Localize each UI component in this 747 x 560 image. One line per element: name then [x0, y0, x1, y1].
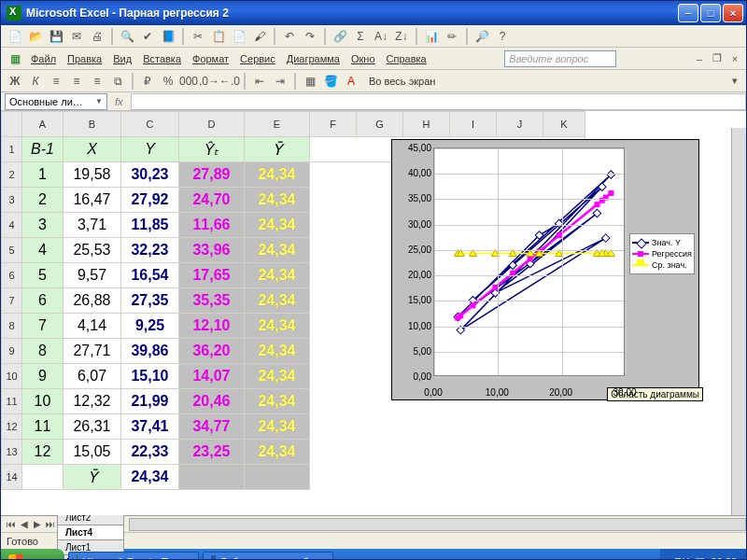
cell[interactable]: 20,46 [179, 389, 245, 414]
currency-icon[interactable]: ₽ [138, 72, 157, 91]
italic-icon[interactable]: К [26, 72, 45, 91]
cell[interactable]: 16,54 [121, 263, 179, 288]
row-header[interactable]: 4 [2, 213, 22, 238]
cell[interactable]: 4 [22, 238, 63, 263]
col-header[interactable]: E [245, 112, 310, 137]
close-button[interactable]: × [723, 4, 743, 22]
sort-asc-icon[interactable]: A↓ [372, 27, 390, 46]
cell[interactable]: 21,99 [121, 389, 179, 414]
cell[interactable]: 17,65 [179, 263, 245, 288]
sheet-tab[interactable]: Лист4 [57, 525, 124, 539]
cell[interactable]: 10 [22, 389, 63, 414]
col-header[interactable]: F [310, 112, 357, 137]
row-header[interactable]: 10 [2, 364, 22, 389]
cell[interactable]: 3 [22, 213, 63, 238]
col-header[interactable]: C [121, 112, 179, 137]
mail-icon[interactable]: ✉ [67, 27, 86, 46]
menu-edit[interactable]: Правка [67, 53, 102, 64]
cell[interactable] [22, 465, 63, 490]
col-header[interactable]: J [497, 112, 543, 137]
cell[interactable]: 33,96 [179, 238, 245, 263]
cell[interactable]: 3,71 [63, 213, 121, 238]
cell[interactable]: 24,34 [245, 213, 310, 238]
help-icon[interactable]: ? [493, 27, 512, 46]
cell[interactable]: 4,14 [63, 314, 121, 339]
cell[interactable]: 6 [22, 288, 63, 314]
cell[interactable]: 37,41 [121, 414, 179, 440]
sum-icon[interactable]: Σ [351, 27, 370, 46]
cell[interactable]: 24,34 [245, 440, 310, 465]
cell[interactable]: 36,20 [179, 339, 245, 364]
dec-inc-icon[interactable]: .0→ [200, 72, 218, 91]
cell[interactable]: 7 [22, 314, 63, 339]
cell[interactable]: 30,23 [121, 162, 179, 188]
cell[interactable]: 6,07 [63, 364, 121, 389]
format-painter-icon[interactable]: 🖌 [250, 27, 269, 46]
cell[interactable]: 24,34 [245, 288, 310, 314]
cell[interactable]: 23,25 [179, 440, 245, 465]
link-icon[interactable]: 🔗 [331, 27, 349, 46]
col-header[interactable]: H [403, 112, 450, 137]
select-all-corner[interactable] [2, 112, 22, 137]
menu-format[interactable]: Формат [192, 53, 229, 64]
font-color-icon[interactable]: A [342, 72, 360, 91]
align-center-icon[interactable]: ≡ [67, 72, 86, 91]
chevron-down-icon[interactable]: ▼ [95, 97, 103, 105]
start-button[interactable]: пуск [1, 549, 64, 560]
cell[interactable]: 16,47 [63, 188, 121, 213]
cell[interactable]: 27,92 [121, 188, 179, 213]
cell[interactable]: 27,89 [179, 162, 245, 188]
dec-dec-icon[interactable]: ←.0 [220, 72, 239, 91]
borders-icon[interactable]: ▦ [301, 72, 319, 91]
name-box[interactable]: Основные ли…▼ [5, 93, 107, 110]
menu-window[interactable]: Окно [351, 53, 375, 64]
cell[interactable] [179, 465, 245, 490]
row-header[interactable]: 7 [2, 288, 22, 314]
cell[interactable]: Ȳ [63, 465, 121, 490]
row-header[interactable]: 9 [2, 339, 22, 364]
cell[interactable]: 35,35 [179, 288, 245, 314]
cell[interactable]: 24,70 [179, 188, 245, 213]
cell[interactable]: 1 [22, 162, 63, 188]
mdi-minimize-icon[interactable]: – [692, 51, 707, 66]
cell[interactable]: 26,88 [63, 288, 121, 314]
menu-insert[interactable]: Вставка [143, 53, 181, 64]
redo-icon[interactable]: ↷ [301, 27, 319, 46]
col-header[interactable]: A [22, 112, 63, 137]
row-header[interactable]: 14 [2, 465, 22, 490]
cell[interactable] [245, 465, 310, 490]
cell[interactable]: 15,05 [63, 440, 121, 465]
col-header[interactable]: K [543, 112, 585, 137]
cell[interactable]: X [63, 137, 121, 162]
sort-desc-icon[interactable]: Z↓ [392, 27, 411, 46]
comma-icon[interactable]: 000 [179, 72, 198, 91]
menu-file[interactable]: Файл [31, 53, 56, 64]
cell[interactable]: 32,23 [121, 238, 179, 263]
indent-dec-icon[interactable]: ⇤ [250, 72, 269, 91]
excel-icon[interactable]: ▦ [6, 49, 24, 68]
cell[interactable]: 39,86 [121, 339, 179, 364]
tab-last-icon[interactable]: ⏭ [44, 519, 57, 529]
cell[interactable]: 5 [22, 263, 63, 288]
cell[interactable]: Ȳ [245, 137, 310, 162]
minimize-button[interactable]: – [678, 4, 698, 22]
fx-icon[interactable]: fx [115, 96, 123, 107]
row-header[interactable]: 1 [2, 137, 22, 162]
row-header[interactable]: 3 [2, 188, 22, 213]
undo-icon[interactable]: ↶ [280, 27, 299, 46]
cell[interactable]: 2 [22, 188, 63, 213]
embedded-chart[interactable]: Знач. Y Регрессия Ср. знач. Область диаг… [391, 139, 699, 400]
cell[interactable]: 26,31 [63, 414, 121, 440]
cell[interactable]: 9 [22, 364, 63, 389]
cell[interactable]: 22,33 [121, 440, 179, 465]
menu-tools[interactable]: Сервис [240, 53, 275, 64]
row-header[interactable]: 6 [2, 263, 22, 288]
maximize-button[interactable]: □ [700, 4, 721, 22]
col-header[interactable]: B [63, 112, 121, 137]
cell[interactable]: 9,25 [121, 314, 179, 339]
cell[interactable]: 12 [22, 440, 63, 465]
cell[interactable]: Y [121, 137, 179, 162]
tab-first-icon[interactable]: ⏮ [5, 519, 18, 529]
cell[interactable]: Ŷₜ [179, 137, 245, 162]
paste-icon[interactable]: 📄 [230, 27, 248, 46]
